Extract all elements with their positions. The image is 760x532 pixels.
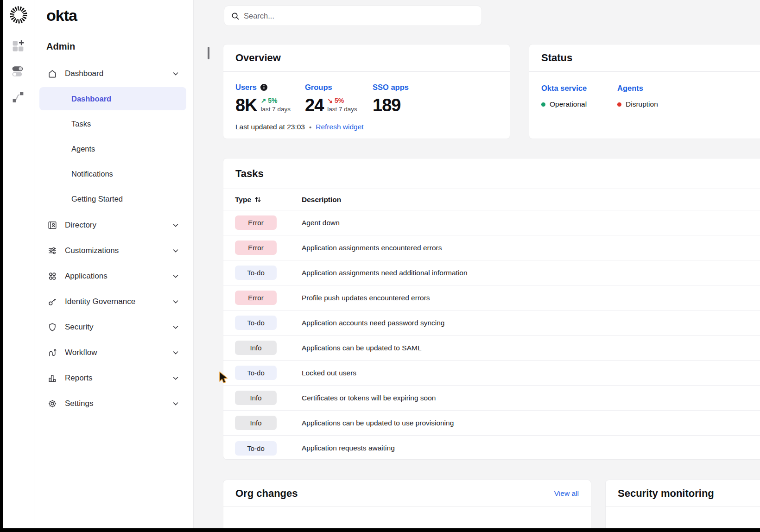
- operational-status-dot: [541, 102, 545, 107]
- task-row[interactable]: Error Agent down: [223, 210, 760, 235]
- gear-icon: [47, 399, 57, 409]
- sidebar-item-security[interactable]: Security: [34, 314, 193, 340]
- sidebar-item-applications[interactable]: Applications: [34, 263, 193, 289]
- mouse-cursor: [219, 371, 231, 386]
- task-type-badge: Info: [235, 341, 277, 355]
- users-count: 8K: [235, 96, 257, 114]
- sidebar-item-dashboard[interactable]: Dashboard: [34, 61, 193, 86]
- stat-groups: Groups 24 ↘ 5% last 7 days: [305, 83, 373, 114]
- task-row[interactable]: Info Applications can be updated to SAML: [223, 336, 760, 361]
- stat-users: Users 8K ↗ 5% last 7 days: [235, 83, 305, 114]
- agents-link[interactable]: Agents: [617, 84, 693, 93]
- add-apps-icon[interactable]: [11, 39, 25, 53]
- chevron-down-icon: [172, 349, 179, 356]
- task-row[interactable]: Error Application assignments encountere…: [223, 235, 760, 260]
- chevron-down-icon: [172, 298, 179, 305]
- task-row[interactable]: To-do Application assignments need addit…: [223, 260, 760, 285]
- tasks-table-header: Type Description: [223, 189, 760, 210]
- tasks-title: Tasks: [235, 168, 264, 180]
- sidebar-nav: Dashboard Dashboard Tasks Agents Notific…: [34, 61, 193, 416]
- stat-sso-apps: SSO apps 189: [373, 83, 409, 114]
- task-row[interactable]: To-do Application accounts need password…: [223, 310, 760, 336]
- users-delta: ↗ 5%: [261, 97, 291, 104]
- sidebar-subitem-getting-started[interactable]: Getting Started: [34, 186, 193, 211]
- sso-apps-count: 189: [373, 96, 400, 114]
- chevron-down-icon: [172, 323, 179, 331]
- overview-title: Overview: [235, 52, 281, 64]
- bottom-screen-edge: [0, 528, 760, 532]
- chevron-down-icon: [172, 247, 179, 254]
- task-row[interactable]: Info Certificates or tokens will be expi…: [223, 386, 760, 411]
- workflow-icon: [47, 348, 57, 358]
- groups-count: 24: [305, 96, 323, 114]
- feature-toggles-icon[interactable]: [11, 64, 25, 78]
- task-type-badge: To-do: [235, 316, 277, 330]
- status-title: Status: [541, 52, 572, 64]
- refresh-widget-link[interactable]: Refresh widget: [316, 123, 363, 131]
- overview-card: Overview Users 8K ↗ 5% last 7 days: [223, 44, 510, 139]
- chevron-down-icon: [172, 70, 179, 77]
- view-all-link[interactable]: View all: [554, 489, 579, 498]
- agents-status: Agents Disruption: [617, 84, 693, 108]
- sidebar-item-directory[interactable]: Directory: [34, 212, 193, 238]
- okta-admin-dashboard: okta Admin Dashboard Dashboard Tasks Age…: [0, 0, 760, 532]
- key-icon: [47, 297, 57, 307]
- chevron-down-icon: [172, 400, 179, 407]
- security-monitoring-title: Security monitoring: [618, 488, 714, 500]
- task-type-badge: To-do: [235, 266, 277, 280]
- sidebar-item-settings[interactable]: Settings: [34, 391, 193, 416]
- tasks-card: Tasks Type Description Error Agent down …: [223, 158, 760, 460]
- sidebar-item-reports[interactable]: Reports: [34, 365, 193, 391]
- icon-rail: [3, 0, 34, 532]
- okta-spinner-logo[interactable]: [8, 5, 29, 25]
- sidebar-item-workflow[interactable]: Workflow: [34, 340, 193, 365]
- task-type-badge: Error: [235, 241, 277, 255]
- search-icon: [231, 12, 240, 20]
- org-changes-card: Org changes View all: [223, 480, 591, 532]
- sliders-icon: [47, 246, 57, 256]
- admin-section-label: Admin: [46, 41, 193, 52]
- task-row[interactable]: To-do Application requests awaiting: [223, 436, 760, 461]
- left-screen-edge: [0, 0, 3, 532]
- task-type-badge: Error: [235, 291, 277, 305]
- task-row[interactable]: Error Profile push updates encountered e…: [223, 285, 760, 310]
- task-row[interactable]: Info Applications can be updated to use …: [223, 411, 760, 436]
- task-type-badge: Info: [235, 416, 277, 430]
- okta-logo: okta: [46, 6, 193, 25]
- sidebar-subitem-notifications[interactable]: Notifications: [34, 161, 193, 186]
- home-icon: [47, 69, 57, 79]
- search-bar: [224, 6, 482, 26]
- sort-icon[interactable]: [254, 196, 261, 203]
- okta-service-status: Okta service Operational: [541, 84, 617, 108]
- groups-delta: ↘ 5%: [327, 97, 357, 104]
- sidebar-subitem-tasks[interactable]: Tasks: [34, 111, 193, 136]
- groups-link[interactable]: Groups: [305, 83, 373, 92]
- chevron-down-icon: [172, 272, 179, 280]
- sidebar-item-customizations[interactable]: Customizations: [34, 238, 193, 263]
- users-link[interactable]: Users: [235, 83, 305, 92]
- task-type-badge: To-do: [235, 366, 277, 380]
- status-card: Status Okta service Operational Agents D…: [529, 44, 760, 139]
- id-card-icon: [47, 220, 57, 230]
- task-type-badge: Info: [235, 391, 277, 405]
- scrollbar-thumb[interactable]: [208, 47, 209, 59]
- sidebar-subitem-dashboard[interactable]: Dashboard: [39, 87, 186, 110]
- apps-grid-icon: [47, 271, 57, 281]
- okta-service-link[interactable]: Okta service: [541, 84, 617, 93]
- sidebar: okta Admin Dashboard Dashboard Tasks Age…: [34, 0, 194, 532]
- sidebar-item-identity-governance[interactable]: Identity Governance: [34, 289, 193, 314]
- chevron-down-icon: [172, 222, 179, 229]
- task-type-badge: Error: [235, 215, 277, 230]
- disruption-status-dot: [617, 102, 621, 107]
- task-row[interactable]: To-do Locked out users: [223, 361, 760, 386]
- type-column-header: Type: [235, 196, 251, 204]
- security-monitoring-card: Security monitoring: [605, 480, 760, 532]
- sidebar-subitem-agents[interactable]: Agents: [34, 136, 193, 161]
- sso-apps-link[interactable]: SSO apps: [373, 83, 409, 92]
- org-changes-title: Org changes: [235, 488, 298, 500]
- shield-icon: [47, 322, 57, 332]
- spinner-icon: [8, 5, 29, 25]
- search-input[interactable]: [244, 12, 475, 20]
- integrations-icon[interactable]: [11, 89, 25, 104]
- info-icon[interactable]: [260, 83, 268, 91]
